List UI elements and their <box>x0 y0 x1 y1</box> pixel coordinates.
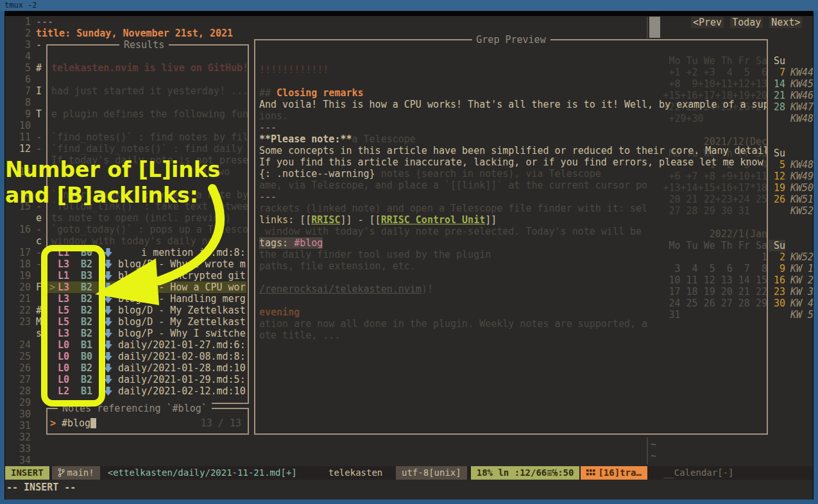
preview-line: **Please note:**a Telescope <box>259 133 767 145</box>
gutter-line-number: 11 <box>15 131 31 143</box>
calendar-day[interactable]: 7 <box>769 67 785 78</box>
preview-text-segment: ## <box>259 87 277 99</box>
gutter-line-number: 12 <box>15 143 31 155</box>
search-input[interactable]: #blog <box>62 417 90 429</box>
preview-line: paths, file extension, etc. <box>259 260 767 272</box>
gutter-line-number: 5 <box>15 62 31 74</box>
preview-line: window with today's daily note pre-selec… <box>259 226 767 237</box>
preview-line: --- <box>259 122 767 133</box>
calendar-week-number: KW46 <box>790 90 816 101</box>
buffer-text-fragment: - <box>36 143 42 155</box>
gutter-line-number: 16 <box>15 224 31 235</box>
calendar-today-button[interactable]: Today <box>730 17 763 28</box>
calendar-week-number: KW 4 <box>790 298 816 309</box>
preview-text-segment: [[ <box>300 214 311 226</box>
calendar-day[interactable]: 28 <box>769 101 785 113</box>
calendar-next-button[interactable]: Next> <box>769 17 802 28</box>
preview-line: ## Closing remarks <box>259 87 767 99</box>
calendar-day[interactable]: 2 <box>769 251 785 263</box>
calendar-day[interactable]: 16 <box>769 274 785 286</box>
cursor-position-label: 18% ln :12/66≡℅:50 <box>471 466 580 480</box>
calendar-week-number: KW48 <box>790 159 816 171</box>
buffer-text-fragment: - <box>36 131 42 143</box>
preview-line: /renerocksai/telekasten.nvim)! <box>259 283 767 295</box>
preview-text-segment: **Please note:** <box>259 133 352 145</box>
preview-title: Grep Preview <box>472 34 550 46</box>
calendar-week-number: KW50 <box>790 182 816 194</box>
results-title: Results <box>119 39 169 51</box>
buffer-line: - <box>36 39 42 51</box>
result-file-label: blog/P - Why I switche <box>118 328 246 339</box>
calendar-day[interactable]: 19 <box>769 182 785 194</box>
preview-line: --- <box>259 191 767 203</box>
preview-text-segment: ame, via Telescope, and place a `[[link]… <box>259 180 647 191</box>
mode-message: -- INSERT -- <box>6 482 76 493</box>
preview-text-segment: ions. <box>259 110 288 122</box>
result-file-label: daily/2021-01-27.md:6: <box>118 339 246 351</box>
calendar-prev-button[interactable]: <Prev <box>691 17 724 28</box>
preview-line: rackets (linked note) and open a Telesco… <box>259 203 767 214</box>
plugin-name-label: telekasten <box>328 466 382 480</box>
preview-text-segment: the daily finder tool used by the plugin <box>259 249 491 260</box>
calendar-sunday-header: Su <box>769 55 785 67</box>
calendar-day[interactable]: 26 <box>769 194 785 205</box>
preview-line: evening <box>259 307 767 318</box>
calendar-day[interactable]: 12 <box>769 171 785 182</box>
calendar-day[interactable]: 9 <box>769 263 785 274</box>
preview-line: links: [[RRISC]] - [[RRISC Control Unit]… <box>259 214 767 226</box>
preview-line: ote title, ... <box>259 330 767 341</box>
result-file-label: daily/2021-01-28.md:10 <box>118 362 246 374</box>
calendar-week-number: KW48 <box>790 113 816 124</box>
preview-text-segment: )! <box>422 283 433 295</box>
calendar-day[interactable]: 30 <box>769 298 785 309</box>
calendar-sunday-header: Su <box>769 147 785 159</box>
tabs-grid-icon <box>586 469 595 476</box>
calendar-day[interactable]: 21 <box>769 90 785 101</box>
calendar-sunday-header: Su <box>769 240 785 251</box>
preview-text-segment: Closing remarks <box>277 87 363 99</box>
preview-line: Some concepts in this article have been … <box>259 145 767 156</box>
preview-text-segment: !!!!!!!!!!!! <box>259 64 328 76</box>
calendar-day[interactable]: 14 <box>769 78 785 90</box>
result-file-label: blog/P - Encrypted git <box>118 270 246 281</box>
gutter-line-number: 31 <box>15 420 31 432</box>
empty-line-tilde: ~ <box>651 439 656 450</box>
tab-segment: [16]tra… <box>581 466 647 480</box>
gutter-line-number: 20 <box>15 281 31 293</box>
preview-text-segment: /renerocksai/telekasten.nvim <box>259 283 422 295</box>
calendar-week-number: KW 1 <box>790 263 816 274</box>
gutter-line-number: 28 <box>15 385 31 397</box>
preview-text-segment: rackets (linked note) and open a Telesco… <box>259 203 647 214</box>
result-counter: 13 / 13 <box>201 417 241 429</box>
preview-text-segment: Some concepts in this article have been … <box>259 145 767 156</box>
gutter-line-number: 32 <box>15 432 31 443</box>
calendar-week-number: KW49 <box>790 171 816 182</box>
window-separator <box>647 437 648 464</box>
gutter-line-number: 18 <box>15 258 31 270</box>
preview-text-segment: #blog <box>294 237 323 249</box>
calendar-week-number: KW52 <box>790 251 816 263</box>
prompt-row: > #blog 13 / 13 <box>47 417 246 429</box>
calendar-day[interactable]: 5 <box>769 159 785 171</box>
gutter-line-number: 34 <box>15 455 31 466</box>
calendar-day[interactable]: 23 <box>769 286 785 298</box>
window-border-bottom <box>0 500 818 504</box>
statusline: INSERTmain!<ettelkasten/daily/2021-11-21… <box>5 466 813 480</box>
gutter-line-number: 10 <box>15 120 31 131</box>
gutter-line-number: 25 <box>15 351 31 362</box>
annotation-text: Number of [L]inks <box>5 158 220 182</box>
calendar-week-number: KW47 <box>790 101 816 113</box>
annotation-text: and [B]acklinks: <box>5 183 198 208</box>
preview-text-segment: ]] <box>485 214 497 226</box>
preview-text-segment: --- <box>259 122 277 133</box>
scrollbar-thumb[interactable] <box>649 17 660 38</box>
preview-line: ions. <box>259 110 767 122</box>
window-separator <box>647 17 648 38</box>
preview-text-segment: RRISC <box>311 214 340 226</box>
text-cursor <box>90 418 96 428</box>
tab-label: [16]tra… <box>598 467 641 478</box>
buffer-text-fragment: T <box>36 108 42 120</box>
result-file-label: blog/P - Why I wrote m <box>118 258 246 270</box>
annotation-highlight-box <box>41 245 105 407</box>
tmux-title: tmux -2 <box>4 1 37 10</box>
